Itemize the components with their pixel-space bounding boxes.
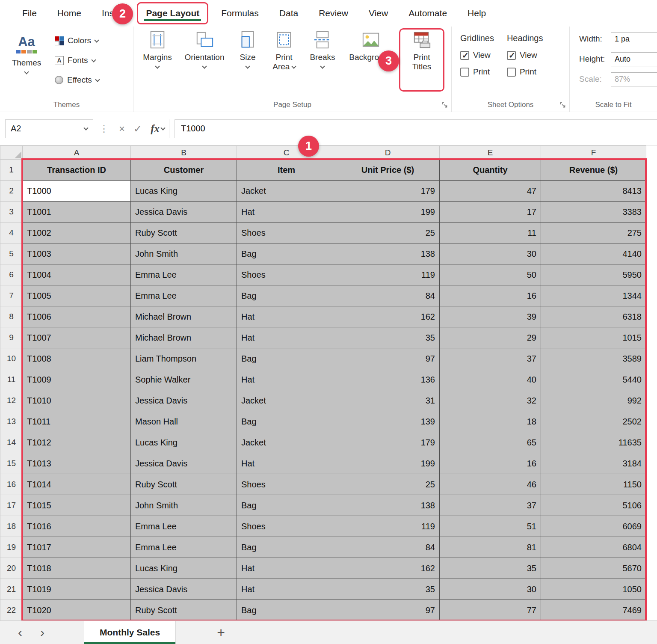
row-header-8[interactable]: 8 — [0, 306, 23, 327]
cell-A6[interactable]: T1004 — [23, 264, 131, 285]
themes-button[interactable]: Aa Themes — [6, 31, 47, 97]
cell-B16[interactable]: Ruby Scott — [131, 474, 237, 495]
cell-A18[interactable]: T1016 — [23, 516, 131, 537]
cell-E12[interactable]: 32 — [440, 390, 541, 411]
cell-B12[interactable]: Jessica Davis — [131, 390, 237, 411]
cell-D8[interactable]: 162 — [336, 306, 440, 327]
cell-D19[interactable]: 84 — [336, 537, 440, 558]
cell-E10[interactable]: 37 — [440, 348, 541, 369]
tab-page-layout[interactable]: Page Layout — [137, 2, 208, 24]
headings-print-checkbox-row[interactable]: Print — [507, 67, 543, 77]
cell-A8[interactable]: T1006 — [23, 306, 131, 327]
height-input[interactable]: Auto — [611, 52, 657, 66]
cell-B5[interactable]: John Smith — [131, 243, 237, 264]
cell-C5[interactable]: Bag — [237, 243, 336, 264]
cell-F13[interactable]: 2502 — [541, 411, 646, 432]
cell-E16[interactable]: 46 — [440, 474, 541, 495]
cell-E1[interactable]: Quantity — [440, 160, 541, 181]
gridlines-print-checkbox[interactable] — [460, 68, 469, 77]
name-box[interactable]: A2 — [5, 119, 93, 138]
cell-E14[interactable]: 65 — [440, 432, 541, 453]
cell-D12[interactable]: 31 — [336, 390, 440, 411]
cell-F10[interactable]: 3589 — [541, 348, 646, 369]
cell-B11[interactable]: Sophie Walker — [131, 369, 237, 390]
print-area-button[interactable]: Print Area — [266, 29, 302, 92]
cell-D10[interactable]: 97 — [336, 348, 440, 369]
row-header-16[interactable]: 16 — [0, 474, 23, 495]
row-header-13[interactable]: 13 — [0, 411, 23, 432]
cell-D6[interactable]: 119 — [336, 264, 440, 285]
cell-E3[interactable]: 17 — [440, 202, 541, 223]
cell-F14[interactable]: 11635 — [541, 432, 646, 453]
cell-A12[interactable]: T1010 — [23, 390, 131, 411]
cell-A14[interactable]: T1012 — [23, 432, 131, 453]
colors-button[interactable]: Colors — [55, 36, 99, 45]
cell-E9[interactable]: 29 — [440, 327, 541, 348]
cell-E7[interactable]: 16 — [440, 285, 541, 306]
cell-E22[interactable]: 77 — [440, 600, 541, 621]
cell-F19[interactable]: 6804 — [541, 537, 646, 558]
column-header-E[interactable]: E — [440, 146, 541, 160]
cell-C2[interactable]: Jacket — [237, 181, 336, 202]
cell-E20[interactable]: 35 — [440, 558, 541, 579]
cell-C1[interactable]: Item — [237, 160, 336, 181]
cell-D15[interactable]: 199 — [336, 453, 440, 474]
cell-C11[interactable]: Hat — [237, 369, 336, 390]
row-header-12[interactable]: 12 — [0, 390, 23, 411]
cell-E18[interactable]: 51 — [440, 516, 541, 537]
cell-C8[interactable]: Hat — [237, 306, 336, 327]
cell-D14[interactable]: 179 — [336, 432, 440, 453]
cell-B3[interactable]: Jessica Davis — [131, 202, 237, 223]
cancel-icon[interactable]: × — [119, 123, 125, 135]
cell-E21[interactable]: 30 — [440, 579, 541, 600]
formula-input[interactable]: T1000 — [175, 119, 657, 138]
enter-icon[interactable]: ✓ — [133, 123, 142, 135]
cell-B15[interactable]: Jessica Davis — [131, 453, 237, 474]
margins-button[interactable]: Margins — [139, 29, 176, 92]
cell-A15[interactable]: T1013 — [23, 453, 131, 474]
cell-B14[interactable]: Lucas King — [131, 432, 237, 453]
cell-E11[interactable]: 40 — [440, 369, 541, 390]
cell-C4[interactable]: Shoes — [237, 223, 336, 243]
row-header-17[interactable]: 17 — [0, 495, 23, 516]
cell-F4[interactable]: 275 — [541, 223, 646, 243]
column-header-F[interactable]: F — [541, 146, 646, 160]
cell-A16[interactable]: T1014 — [23, 474, 131, 495]
cell-D9[interactable]: 35 — [336, 327, 440, 348]
cell-F21[interactable]: 1050 — [541, 579, 646, 600]
cell-E4[interactable]: 11 — [440, 223, 541, 243]
scale-input[interactable]: 87% — [611, 72, 657, 86]
orientation-button[interactable]: Orientation — [180, 29, 229, 92]
cell-C16[interactable]: Shoes — [237, 474, 336, 495]
cell-D11[interactable]: 136 — [336, 369, 440, 390]
row-header-10[interactable]: 10 — [0, 348, 23, 369]
size-button[interactable]: Size — [233, 29, 263, 92]
cell-A13[interactable]: T1011 — [23, 411, 131, 432]
cell-C22[interactable]: Bag — [237, 600, 336, 621]
select-all-corner[interactable] — [0, 146, 23, 160]
cell-D13[interactable]: 139 — [336, 411, 440, 432]
row-header-9[interactable]: 9 — [0, 327, 23, 348]
tab-help[interactable]: Help — [457, 0, 496, 27]
gridlines-print-checkbox-row[interactable]: Print — [460, 67, 494, 77]
cell-B4[interactable]: Ruby Scott — [131, 223, 237, 243]
add-sheet-button[interactable]: + — [217, 626, 225, 639]
sheet-options-dialog-launcher-icon[interactable] — [560, 102, 566, 108]
cell-E2[interactable]: 47 — [440, 181, 541, 202]
cell-F20[interactable]: 5670 — [541, 558, 646, 579]
cell-C13[interactable]: Bag — [237, 411, 336, 432]
cell-F18[interactable]: 6069 — [541, 516, 646, 537]
cell-B17[interactable]: John Smith — [131, 495, 237, 516]
row-header-1[interactable]: 1 — [0, 160, 23, 181]
cell-F7[interactable]: 1344 — [541, 285, 646, 306]
cell-D1[interactable]: Unit Price ($) — [336, 160, 440, 181]
fonts-button[interactable]: A Fonts — [55, 56, 99, 65]
cell-D7[interactable]: 84 — [336, 285, 440, 306]
tab-view[interactable]: View — [358, 0, 398, 27]
cell-D17[interactable]: 138 — [336, 495, 440, 516]
cell-E19[interactable]: 81 — [440, 537, 541, 558]
cell-C7[interactable]: Bag — [237, 285, 336, 306]
cell-B2[interactable]: Lucas King — [131, 181, 237, 202]
cell-D22[interactable]: 97 — [336, 600, 440, 621]
cell-D18[interactable]: 119 — [336, 516, 440, 537]
